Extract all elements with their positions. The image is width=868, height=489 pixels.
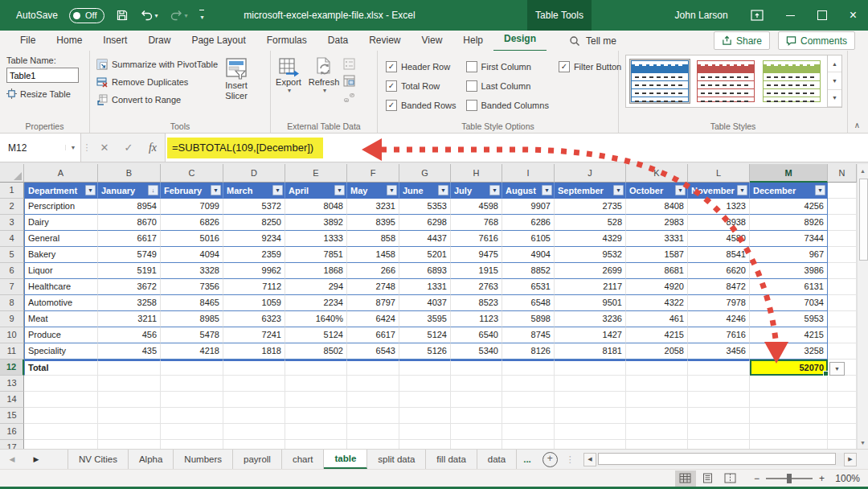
cell-value[interactable]: 7344	[750, 231, 828, 247]
cell-value[interactable]: 1323	[688, 199, 750, 215]
cell-empty[interactable]	[828, 199, 857, 215]
table-header-august[interactable]: August▼	[502, 183, 555, 199]
table-header-april[interactable]: April▼	[285, 183, 347, 199]
cell-empty[interactable]	[502, 440, 555, 449]
cell-value[interactable]: 5191	[98, 263, 161, 279]
cell-empty[interactable]	[502, 424, 555, 440]
cell-value[interactable]: 8985	[161, 311, 223, 327]
cell-empty[interactable]	[451, 392, 502, 408]
row-header-12[interactable]: 12	[0, 360, 24, 376]
cell-empty[interactable]	[828, 295, 857, 311]
cell-empty[interactable]	[555, 408, 626, 424]
cell-empty[interactable]	[347, 440, 399, 449]
cell-value[interactable]: 5340	[451, 343, 502, 360]
cell-value[interactable]: 8797	[347, 295, 399, 311]
cell-value[interactable]: 4437	[399, 231, 451, 247]
column-header-F[interactable]: F	[347, 164, 399, 183]
cell-value[interactable]: 2234	[285, 295, 347, 311]
page-layout-view-button[interactable]	[698, 471, 719, 487]
cell-empty[interactable]	[285, 424, 347, 440]
cell-department-general[interactable]: General	[24, 231, 98, 247]
tab-data[interactable]: Data	[317, 31, 358, 51]
scroll-down-icon[interactable]: ▼	[858, 436, 868, 449]
cell-value[interactable]: 528	[555, 215, 626, 231]
cell-value[interactable]: 8502	[285, 343, 347, 360]
cell-empty[interactable]	[399, 408, 451, 424]
tab-help[interactable]: Help	[452, 31, 493, 51]
filter-button-department[interactable]: ▼	[85, 185, 96, 195]
cell-empty[interactable]	[98, 376, 161, 392]
cell-empty[interactable]	[688, 376, 750, 392]
cell-value[interactable]: 6323	[223, 311, 285, 327]
filter-button-january[interactable]: ↓	[148, 185, 158, 195]
sheet-tab-split-data[interactable]: split data	[367, 450, 426, 469]
cell-value[interactable]: 8852	[502, 263, 555, 279]
customize-quick-access-toolbar-button[interactable]: ▾	[199, 10, 204, 22]
cell-empty[interactable]	[750, 376, 828, 392]
cell-empty[interactable]	[626, 424, 688, 440]
cell-empty[interactable]	[161, 408, 223, 424]
cell-value[interactable]: 435	[98, 343, 161, 360]
table-header-october[interactable]: October▼	[626, 183, 688, 199]
cell-value[interactable]: 5372	[223, 199, 285, 215]
cell-value[interactable]: 8745	[502, 327, 555, 343]
cell-value[interactable]: 9532	[555, 247, 626, 263]
cell-value[interactable]: 6531	[502, 279, 555, 295]
column-header-D[interactable]: D	[223, 164, 285, 183]
vertical-scrollbar-thumb[interactable]	[859, 179, 868, 261]
cell-value[interactable]: 8541	[688, 247, 750, 263]
cell-value[interactable]: 768	[451, 215, 502, 231]
table-header-february[interactable]: February▼	[161, 183, 223, 199]
cell-value[interactable]: 1587	[626, 247, 688, 263]
column-header-A[interactable]: A	[24, 164, 98, 183]
summarize-with-pivottable-button[interactable]: Summarize with PivotTable	[96, 55, 218, 73]
column-header-H[interactable]: H	[451, 164, 502, 183]
cell-empty[interactable]	[347, 360, 399, 376]
normal-view-button[interactable]	[675, 471, 696, 487]
cell-value[interactable]: 8408	[626, 199, 688, 215]
cell-empty[interactable]	[347, 376, 399, 392]
cell-value[interactable]: 3231	[347, 199, 399, 215]
cell-empty[interactable]	[828, 247, 857, 263]
cell-empty[interactable]	[688, 392, 750, 408]
cell-empty[interactable]	[347, 408, 399, 424]
cell-department-healthcare[interactable]: Healthcare	[24, 279, 98, 295]
cell-value[interactable]: 8465	[161, 295, 223, 311]
cell-empty[interactable]	[828, 376, 857, 392]
column-header-J[interactable]: J	[555, 164, 626, 183]
tab-draw[interactable]: Draw	[137, 31, 181, 51]
cell-empty[interactable]	[688, 360, 750, 376]
cell-value[interactable]: 9962	[223, 263, 285, 279]
cell-empty[interactable]	[828, 279, 857, 295]
filter-button-december[interactable]: ▼	[815, 185, 825, 195]
cell-value[interactable]: 6617	[98, 231, 161, 247]
cell-empty[interactable]	[399, 392, 451, 408]
row-header-14[interactable]: 14	[0, 392, 24, 408]
cell-empty[interactable]	[688, 440, 750, 449]
cell-empty[interactable]	[399, 424, 451, 440]
close-button[interactable]: ×	[838, 0, 868, 31]
cell-value[interactable]: 3211	[98, 311, 161, 327]
sheet-nav-left-icon[interactable]: ◀	[0, 450, 24, 469]
cell-value[interactable]: 2058	[626, 343, 688, 360]
cell-value[interactable]: 4904	[502, 247, 555, 263]
cancel-formula-button[interactable]: ✕	[92, 134, 117, 162]
cell-empty[interactable]	[451, 376, 502, 392]
row-header-6[interactable]: 6	[0, 263, 24, 279]
cell-empty[interactable]	[828, 215, 857, 231]
cell-value[interactable]: 7616	[688, 327, 750, 343]
row-header-7[interactable]: 7	[0, 279, 24, 295]
tab-formulas[interactable]: Formulas	[256, 31, 317, 51]
table-header-may[interactable]: May▼	[347, 183, 399, 199]
cell-value[interactable]: 6286	[502, 215, 555, 231]
cell-department-automotive[interactable]: Automotive	[24, 295, 98, 311]
refresh-button[interactable]: Refresh ▾	[306, 51, 342, 133]
cell-empty[interactable]	[399, 376, 451, 392]
filter-button-october[interactable]: ▼	[675, 185, 686, 195]
cell-value[interactable]: 1915	[451, 263, 502, 279]
cell-empty[interactable]	[451, 440, 502, 449]
cell-value[interactable]: 3672	[98, 279, 161, 295]
table-header-july[interactable]: July▼	[451, 183, 502, 199]
cell-department-dairy[interactable]: Dairy	[24, 215, 98, 231]
filter-button-march[interactable]: ▼	[272, 185, 283, 195]
